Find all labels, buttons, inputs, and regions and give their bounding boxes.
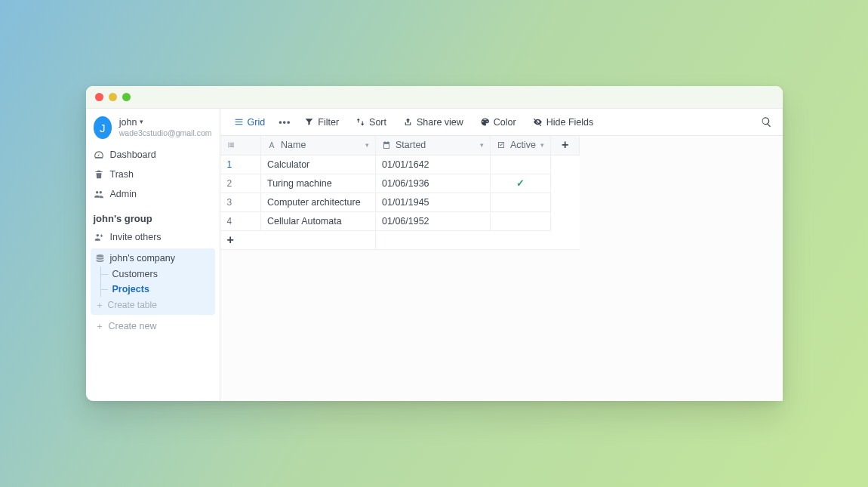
cell-started[interactable]: 01/01/1642 (376, 155, 491, 174)
database-icon (95, 254, 105, 264)
app-window: J john ▾ wade3cstudio@gmail.com Dashboar… (86, 86, 783, 401)
sidebar-item-dashboard[interactable]: Dashboard (86, 145, 220, 165)
row-number: 4 (220, 211, 261, 230)
cell-started[interactable]: 01/06/1936 (376, 174, 491, 193)
check-icon: ✓ (516, 178, 525, 189)
row-number: 2 (220, 174, 261, 193)
eye-off-icon (533, 117, 543, 127)
view-switch[interactable]: Grid (228, 114, 272, 131)
titlebar (86, 86, 783, 109)
group-title: john's group (86, 208, 220, 227)
database-section: john's company Customers Projects ＋ Crea… (91, 248, 215, 315)
cell-started[interactable]: 01/01/1945 (376, 193, 491, 211)
gauge-icon (94, 149, 104, 160)
palette-icon (480, 117, 490, 127)
search-button[interactable] (758, 113, 775, 131)
hide-fields-label: Hide Fields (546, 117, 594, 128)
cell-active[interactable] (491, 211, 551, 230)
column-header-started[interactable]: Started ▾ (376, 136, 491, 155)
plus-icon: + (551, 138, 579, 152)
create-new-label: Create new (109, 321, 157, 331)
column-header-active[interactable]: Active ▾ (491, 136, 551, 155)
sidebar-label-dashboard: Dashboard (110, 149, 156, 160)
cell-active[interactable] (491, 193, 551, 211)
view-more[interactable]: ••• (275, 114, 294, 131)
plus-icon: + (220, 233, 234, 246)
sidebar-label-trash: Trash (110, 169, 134, 180)
share-icon (403, 117, 413, 127)
main: Grid ••• Filter Sort Share view (220, 109, 783, 401)
avatar: J (94, 116, 112, 139)
filter-label: Filter (318, 117, 339, 128)
list-icon (226, 140, 235, 149)
plus-icon: ＋ (95, 301, 104, 310)
column-label: Name (281, 140, 306, 150)
plus-icon: ＋ (95, 322, 104, 331)
grid-icon (234, 117, 244, 127)
add-row[interactable]: + (220, 230, 580, 249)
grid: Name ▾ Started ▾ (220, 136, 783, 401)
window-zoom[interactable] (122, 93, 131, 101)
ellipsis-icon: ••• (279, 117, 291, 128)
cell-started[interactable]: 01/06/1952 (376, 211, 491, 230)
table-row[interactable]: 3Computer architecture01/01/1945 (220, 193, 580, 211)
table-label: Projects (112, 284, 149, 294)
share-label: Share view (417, 117, 463, 128)
view-label: Grid (248, 117, 266, 128)
sidebar-label-invite: Invite others (110, 232, 162, 242)
window-minimize[interactable] (109, 93, 117, 101)
table-item-customers[interactable]: Customers (98, 267, 215, 282)
cell-name[interactable]: Cellular Automata (261, 211, 376, 230)
create-new-button[interactable]: ＋ Create new (86, 315, 220, 331)
sidebar-item-trash[interactable]: Trash (86, 165, 220, 184)
user-name: john (119, 116, 137, 128)
column-header-name[interactable]: Name ▾ (261, 136, 376, 155)
sidebar-item-invite[interactable]: Invite others (86, 227, 220, 247)
create-table-label: Create table (108, 300, 157, 310)
user-email: wade3cstudio@gmail.com (119, 128, 212, 139)
trash-icon (94, 169, 104, 180)
calendar-icon (382, 140, 391, 149)
user-menu[interactable]: J john ▾ wade3cstudio@gmail.com (86, 109, 220, 145)
cell-name[interactable]: Calculator (261, 155, 376, 174)
cell-name[interactable]: Computer architecture (261, 193, 376, 211)
database-header[interactable]: john's company (91, 248, 215, 267)
sort-icon (356, 117, 365, 127)
cell-active[interactable]: ✓ (491, 174, 551, 193)
row-number: 3 (220, 193, 261, 211)
checkbox-icon (497, 140, 506, 149)
filter-icon (304, 117, 314, 127)
caret-down-icon: ▾ (140, 118, 143, 127)
share-button[interactable]: Share view (397, 114, 469, 131)
table-item-projects[interactable]: Projects (98, 282, 215, 297)
column-header-row-number[interactable] (220, 136, 261, 155)
table-row[interactable]: 2Turing machine01/06/1936✓ (220, 174, 580, 193)
filter-button[interactable]: Filter (298, 114, 345, 131)
text-type-icon (267, 140, 276, 149)
invite-icon (94, 232, 104, 242)
sidebar-label-admin: Admin (110, 189, 137, 199)
caret-down-icon: ▾ (365, 141, 369, 149)
table-label: Customers (112, 269, 158, 279)
cell-name[interactable]: Turing machine (261, 174, 376, 193)
window-close[interactable] (95, 93, 103, 101)
caret-down-icon: ▾ (540, 141, 544, 149)
users-icon (94, 189, 104, 199)
sidebar: J john ▾ wade3cstudio@gmail.com Dashboar… (86, 109, 220, 401)
row-number: 1 (220, 155, 261, 174)
table-row[interactable]: 1Calculator01/01/1642 (220, 155, 580, 174)
color-label: Color (494, 117, 516, 128)
search-icon (761, 116, 772, 128)
sort-button[interactable]: Sort (349, 114, 392, 131)
caret-down-icon: ▾ (480, 141, 484, 149)
color-button[interactable]: Color (474, 114, 522, 131)
database-name: john's company (110, 253, 175, 264)
column-label: Started (396, 140, 426, 150)
table-row[interactable]: 4Cellular Automata01/06/1952 (220, 211, 580, 230)
create-table-button[interactable]: ＋ Create table (91, 297, 215, 310)
sidebar-item-admin[interactable]: Admin (86, 184, 220, 204)
column-label: Active (510, 140, 536, 150)
hide-fields-button[interactable]: Hide Fields (527, 114, 600, 131)
cell-active[interactable] (491, 155, 551, 174)
add-column-button[interactable]: + (551, 136, 580, 155)
